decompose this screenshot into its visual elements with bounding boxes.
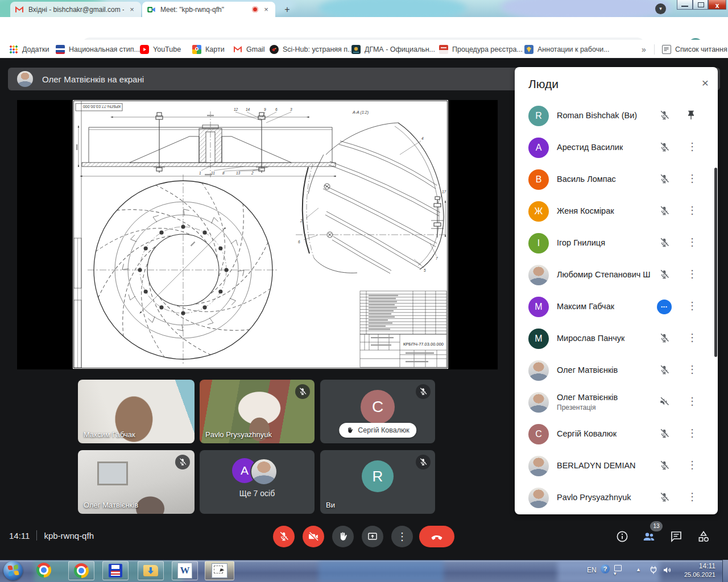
participant-menu-icon[interactable]: ⋮	[686, 490, 698, 503]
participant-menu-icon[interactable]: ⋮	[686, 363, 698, 376]
participant-name: Сергій Ковалюк	[557, 429, 617, 438]
participant-menu-icon[interactable]: ⋮	[686, 236, 698, 248]
participant-row[interactable]: Олег Матвієнків ⋮	[515, 355, 718, 386]
window-minimize-button[interactable]	[677, 0, 693, 10]
bookmark-procedura[interactable]: Процедура реєстра...	[439, 44, 523, 54]
youtube-icon	[140, 45, 149, 54]
reading-list-button[interactable]: Список читання	[662, 44, 727, 54]
participant-menu-icon[interactable]: ⋮	[686, 331, 698, 344]
participant-menu-icon[interactable]: ⋮	[686, 204, 698, 217]
avatar: R	[528, 106, 549, 126]
participant-row[interactable]: A Арестид Василик ⋮	[515, 132, 718, 164]
taskbar-word[interactable]: W	[172, 561, 198, 580]
speaking-indicator: •••	[657, 300, 672, 314]
wallpaper-blob	[500, 0, 671, 17]
camera-toggle-button[interactable]	[303, 526, 324, 547]
tab-gmail[interactable]: Вхідні - bishchakr@gmail.com - Gma ×	[10, 2, 141, 17]
people-button[interactable]	[642, 530, 656, 543]
screen: Вхідні - bishchakr@gmail.com - Gma × Mee…	[0, 0, 728, 582]
download-arrow-icon	[148, 567, 154, 574]
present-button[interactable]	[362, 526, 383, 547]
participant-menu-icon[interactable]: ⋮	[686, 268, 698, 280]
participant-menu-icon[interactable]: ⋮	[686, 395, 698, 408]
panel-scrollbar[interactable]	[714, 168, 717, 357]
participant-name: Максим Габчак	[557, 302, 614, 311]
tile-name: Ви	[326, 501, 335, 509]
participant-menu-icon[interactable]: ⋮	[686, 427, 698, 439]
video-tile-serhii[interactable]: C Сергій Ковалюк	[320, 380, 435, 443]
taskbar-chrome-pinned[interactable]	[36, 563, 51, 577]
participant-row[interactable]: BERLADYN DEMIAN ⋮	[515, 450, 718, 482]
tab-close-icon[interactable]: ×	[127, 5, 136, 14]
pin-icon[interactable]	[685, 110, 698, 122]
window-close-button[interactable]: x	[708, 0, 726, 10]
volume-icon[interactable]	[662, 565, 672, 575]
participant-row[interactable]: M Максим Габчак ••• ⋮	[515, 291, 718, 323]
taskbar-screenshot-tool[interactable]	[205, 561, 234, 580]
chat-button[interactable]	[669, 530, 683, 543]
participant-menu-icon[interactable]: ⋮	[686, 300, 698, 312]
hidden-icons-icon[interactable]: ▲	[636, 567, 641, 572]
callout: 2	[251, 171, 254, 175]
new-tab-button[interactable]: +	[281, 3, 293, 16]
tab-close-icon[interactable]: ×	[262, 5, 271, 14]
participant-row[interactable]: Любомир Степанович Ш... ⋮	[515, 259, 718, 291]
taskbar-total-commander[interactable]	[102, 561, 129, 580]
mic-off-icon	[659, 173, 671, 186]
show-desktop-button[interactable]	[722, 560, 728, 582]
taskbar-download-folder[interactable]	[138, 561, 164, 580]
video-tile-pavlo[interactable]: Pavlo Prysyazhnyuk	[200, 380, 315, 443]
hardware-plug-icon[interactable]	[648, 565, 659, 575]
participant-row-presentation[interactable]: Олег Матвієнків Презентація ⋮	[515, 386, 718, 418]
bookmark-stipendia[interactable]: Национальная стип...	[56, 44, 140, 54]
language-indicator[interactable]: EN	[587, 566, 597, 574]
bookmark-dgma[interactable]: ДГМА - Официальн...	[351, 44, 435, 54]
mic-toggle-button[interactable]	[273, 526, 295, 547]
tab-search-chevron-icon[interactable]: ▾	[655, 3, 666, 14]
tile-more-people[interactable]: A Ще 7 осіб	[200, 450, 315, 514]
activities-button[interactable]	[697, 530, 710, 543]
panel-close-icon[interactable]: ×	[702, 76, 709, 90]
shared-drawing-page: КРБПЧ-77.03.00.000	[73, 100, 448, 369]
callout: 2	[300, 219, 303, 223]
language-bar-chevron-icon[interactable]: ▾	[614, 571, 617, 576]
bookmark-scihub[interactable]: Sci-Hub: устраняя п...	[270, 44, 354, 54]
bookmark-gmail[interactable]: Gmail	[233, 44, 265, 54]
callout: 9	[264, 107, 266, 111]
bookmark-youtube[interactable]: YouTube	[140, 44, 181, 54]
more-options-button[interactable]: ⋮	[391, 526, 413, 547]
callout: 4	[421, 136, 424, 140]
taskbar-chrome-running[interactable]	[68, 561, 94, 580]
participant-row[interactable]: Pavlo Prysyazhnyuk ⋮	[515, 482, 718, 514]
help-icon[interactable]: ?	[601, 564, 610, 573]
clock[interactable]: 14:11 25.06.2021	[680, 562, 715, 579]
video-tile-you[interactable]: R Ви	[320, 450, 435, 514]
mic-off-icon	[659, 460, 671, 472]
participant-row[interactable]: C Сергій Ковалюк ⋮	[515, 418, 718, 450]
participant-menu-icon[interactable]: ⋮	[686, 172, 698, 185]
participant-row[interactable]: M Мирослав Панчук ⋮	[515, 323, 718, 355]
video-tile-maksym[interactable]: Максим Габчак	[78, 380, 195, 443]
bookmarks-overflow-icon[interactable]: »	[642, 45, 646, 54]
participant-row[interactable]: B Василь Ломпас ⋮	[515, 164, 718, 196]
participant-row[interactable]: I Ігор Гнилиця ⋮	[515, 227, 718, 259]
video-tile-oleh[interactable]: Олег Матвієнків	[78, 450, 195, 514]
participant-menu-icon[interactable]: ⋮	[686, 459, 698, 471]
reading-list-icon	[662, 45, 671, 54]
window-maximize-button[interactable]	[693, 0, 708, 10]
tray-date: 25.06.2021	[680, 571, 715, 579]
bookmark-maps[interactable]: Карти	[192, 44, 225, 54]
raise-hand-button[interactable]	[332, 526, 354, 547]
info-button[interactable]	[615, 530, 629, 543]
end-call-button[interactable]	[419, 526, 454, 547]
bookmark-label: Аннотации к рабочи...	[537, 45, 610, 53]
mic-off-icon	[659, 269, 671, 281]
bookmark-label: Додатки	[22, 45, 49, 53]
participant-row[interactable]: Ж Женя Космірак ⋮	[515, 196, 718, 227]
bookmark-apps[interactable]: Додатки	[9, 44, 49, 54]
participant-row[interactable]: R Roman Bishchak (Ви)	[515, 100, 718, 132]
participant-menu-icon[interactable]: ⋮	[686, 140, 698, 153]
bookmark-annotations[interactable]: Аннотации к рабочи...	[524, 44, 610, 54]
tab-meet[interactable]: Meet: "kpb-rwnq-qfh" ×	[142, 2, 275, 17]
start-button[interactable]	[3, 561, 23, 580]
